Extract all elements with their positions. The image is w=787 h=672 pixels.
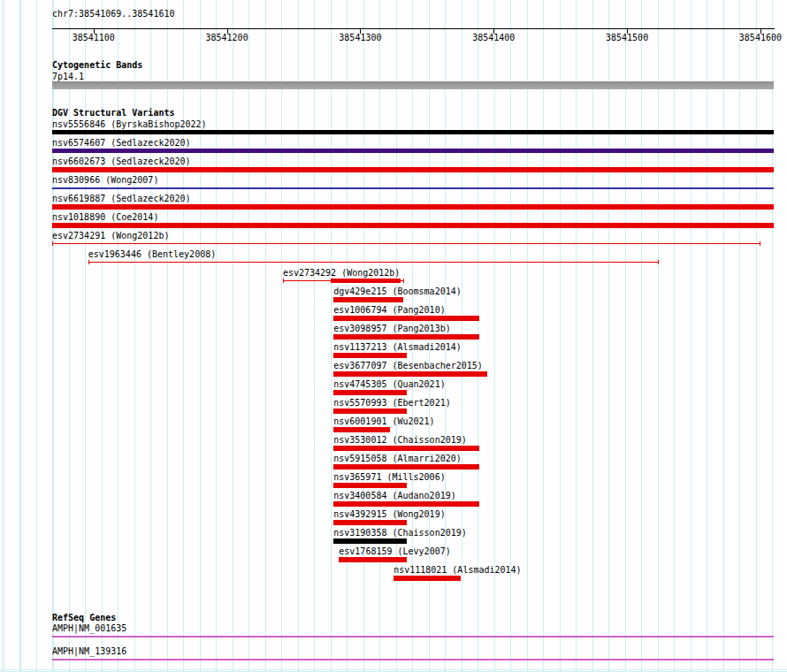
variant-label[interactable]: nsv5556846 (ByrskaBishop2022) xyxy=(52,119,207,129)
ruler-tick-label: 38541400 xyxy=(472,33,515,42)
variant-range-line[interactable] xyxy=(88,262,660,263)
grid-line xyxy=(0,669,787,670)
variant-bar[interactable] xyxy=(333,371,486,377)
variant-range-tick-right[interactable] xyxy=(658,260,659,264)
variant-label[interactable]: nsv5570993 (Ebert2021) xyxy=(333,398,450,408)
variant-bar[interactable] xyxy=(333,353,407,358)
variant-bar[interactable] xyxy=(333,483,407,488)
variant-bar[interactable] xyxy=(333,316,478,321)
variant-bar[interactable] xyxy=(333,446,478,451)
variant-range-tick-right[interactable] xyxy=(403,279,404,283)
variant-bar[interactable] xyxy=(333,538,407,544)
variant-label[interactable]: nsv6001901 (Wu2021) xyxy=(333,416,434,426)
variant-label[interactable]: nsv4392915 (Wong2019) xyxy=(333,509,445,519)
section-title-cytogenetic-bands: Cytogenetic Bands xyxy=(52,60,142,70)
variant-label[interactable]: esv2734291 (Wong2012b) xyxy=(52,231,169,241)
variant-label[interactable]: esv1963446 (Bentley2008) xyxy=(88,249,217,259)
variant-label[interactable]: nsv830966 (Wong2007) xyxy=(52,175,158,185)
gene-line[interactable] xyxy=(52,659,774,661)
variant-label[interactable]: nsv5915058 (Almarri2020) xyxy=(333,454,462,463)
variant-label[interactable]: nsv6574607 (Sedlazeck2020) xyxy=(52,138,191,148)
variant-label[interactable]: nsv1018890 (Coe2014) xyxy=(52,212,158,222)
gene-label[interactable]: AMPH|NM_139316 xyxy=(52,646,126,656)
gene-line[interactable] xyxy=(52,636,774,638)
ruler-tick-label: 38541200 xyxy=(205,33,248,42)
gene-label[interactable]: AMPH|NM_001635 xyxy=(52,623,126,633)
variant-bar[interactable] xyxy=(52,204,774,210)
variant-label[interactable]: nsv3190358 (Chaisson2019) xyxy=(333,528,467,538)
ruler-tick-label: 38541100 xyxy=(73,33,115,42)
variant-label[interactable]: nsv3400584 (Audano2019) xyxy=(333,491,455,500)
ruler-tick-label: 38541600 xyxy=(739,33,782,42)
variant-bar[interactable] xyxy=(333,297,402,302)
variant-label[interactable]: esv1006794 (Pang2010) xyxy=(333,305,445,315)
variant-label[interactable]: dgv429e215 (Boomsma2014) xyxy=(333,286,462,296)
variant-label[interactable]: nsv1118021 (Alsmadi2014) xyxy=(394,565,522,575)
variant-bar[interactable] xyxy=(333,409,407,414)
variant-label[interactable]: nsv6602673 (Sedlazeck2020) xyxy=(52,157,191,166)
variant-label[interactable]: nsv4745305 (Quan2021) xyxy=(333,379,445,389)
variant-label[interactable]: esv2734292 (Wong2012b) xyxy=(283,268,400,278)
variant-bar[interactable] xyxy=(333,501,478,507)
variant-range-line[interactable] xyxy=(52,243,760,244)
variant-label[interactable]: nsv3530012 (Chaisson2019) xyxy=(333,435,467,445)
variant-bar[interactable] xyxy=(394,576,460,581)
variant-range-tick-left[interactable] xyxy=(283,279,284,283)
variant-range-tick-right[interactable] xyxy=(760,241,760,246)
variant-range-tick-left[interactable] xyxy=(52,241,53,246)
variant-label[interactable]: nsv6619887 (Sedlazeck2020) xyxy=(52,194,191,203)
cytoband-bar[interactable] xyxy=(52,81,774,89)
ruler-tick-label: 38541300 xyxy=(339,33,381,42)
variant-bar[interactable] xyxy=(52,149,774,153)
variant-bar[interactable] xyxy=(333,334,478,340)
cytoband-label: 7p14.1 xyxy=(52,72,84,81)
genome-browser-view: chr7:38541069..38541610 3854110038541200… xyxy=(0,0,787,672)
variant-bar[interactable] xyxy=(333,464,478,470)
variant-label[interactable]: esv3677097 (Besenbacher2015) xyxy=(333,361,483,370)
variant-bar[interactable] xyxy=(52,130,774,134)
region-coordinates: chr7:38541069..38541610 xyxy=(52,9,174,19)
variant-bar[interactable] xyxy=(333,520,407,525)
variant-range-tick-left[interactable] xyxy=(88,260,89,264)
variant-bar[interactable] xyxy=(331,279,400,283)
variant-label[interactable]: esv3098957 (Pang2013b) xyxy=(333,324,450,333)
section-title-dgv-structural-variants: DGV Structural Variants xyxy=(52,108,174,118)
variant-bar[interactable] xyxy=(333,390,407,395)
variant-bar[interactable] xyxy=(52,167,774,172)
section-title-refseq-genes: RefSeq Genes xyxy=(52,613,116,622)
variant-line[interactable] xyxy=(52,187,774,189)
ruler-line xyxy=(52,28,775,29)
variant-label[interactable]: nsv1137213 (Alsmadi2014) xyxy=(333,342,462,352)
variant-bar[interactable] xyxy=(333,427,389,432)
variant-bar[interactable] xyxy=(52,223,774,228)
variant-bar[interactable] xyxy=(339,557,407,562)
ruler-tick-label: 38541500 xyxy=(606,33,648,42)
variant-label[interactable]: esv1768159 (Levy2007) xyxy=(339,546,450,556)
variant-label[interactable]: nsv365971 (Mills2006) xyxy=(333,472,445,482)
